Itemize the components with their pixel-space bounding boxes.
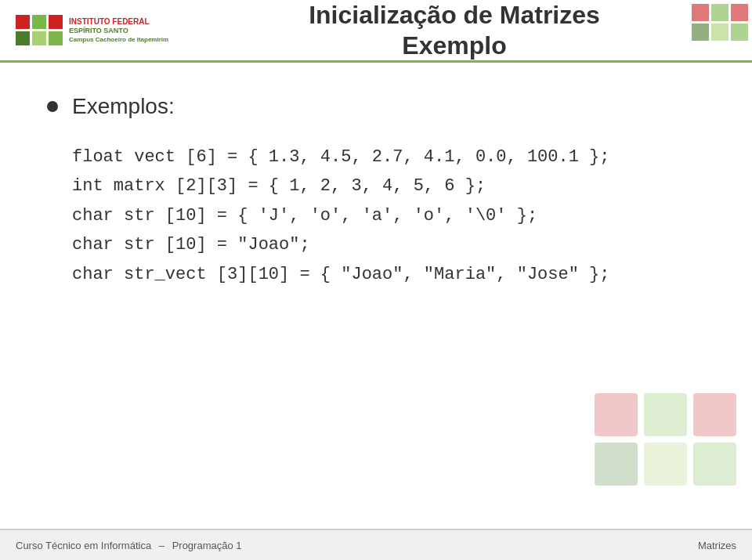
footer-right: Matrizes <box>698 540 736 551</box>
header-title-line2: Exemplo <box>402 31 506 60</box>
header-title-line1: Inicialização de Matrizes <box>309 1 600 29</box>
footer: Curso Técnico em Informática – Programaç… <box>0 529 752 560</box>
deco-sq-tr-5 <box>711 23 728 41</box>
bullet-dot <box>47 101 58 112</box>
deco-bq-6 <box>693 443 736 486</box>
footer-program: Programação 1 <box>172 540 242 551</box>
bullet-heading: Exemplos: <box>47 94 705 119</box>
code-line-4: char str [10] = "Joao"; <box>72 230 705 259</box>
deco-bq-2 <box>644 393 687 436</box>
header: INSTITUTO FEDERAL ESPÍRITO SANTO Campus … <box>0 0 752 63</box>
deco-bq-1 <box>595 393 638 436</box>
deco-sq-tr-2 <box>711 4 728 21</box>
footer-dash: – <box>156 540 167 551</box>
deco-sq-tr-3 <box>731 4 748 21</box>
code-line-5: char str_vect [3][10] = { "Joao", "Maria… <box>72 260 705 289</box>
code-block: float vect [6] = { 1.3, 4.5, 2.7, 4.1, 0… <box>72 143 705 289</box>
logo-area: INSTITUTO FEDERAL ESPÍRITO SANTO Campus … <box>16 15 172 45</box>
main-content: Exemplos: float vect [6] = { 1.3, 4.5, 2… <box>0 63 752 305</box>
header-title: Inicialização de Matrizes Exemplo <box>172 0 736 60</box>
footer-course: Curso Técnico em Informática <box>16 540 151 551</box>
logo-sq-4 <box>16 31 30 45</box>
deco-bq-5 <box>644 443 687 486</box>
logo-campus: Campus Cachoeiro de Itapemirim <box>69 36 168 44</box>
deco-sq-tr-6 <box>731 23 748 41</box>
logo-instituto: INSTITUTO FEDERAL <box>69 16 168 27</box>
logo-sq-2 <box>32 15 46 29</box>
deco-squares-bottom-right <box>595 393 736 486</box>
logo-estado: ESPÍRITO SANTO <box>69 27 168 36</box>
logo-text: INSTITUTO FEDERAL ESPÍRITO SANTO Campus … <box>69 16 168 44</box>
logo-sq-3 <box>49 15 63 29</box>
logo-sq-5 <box>32 31 46 45</box>
logo-squares <box>16 15 63 45</box>
footer-left: Curso Técnico em Informática – Programaç… <box>16 540 242 551</box>
logo-sq-1 <box>16 15 30 29</box>
deco-squares-top-right <box>688 0 752 45</box>
deco-bq-4 <box>595 443 638 486</box>
code-line-1: float vect [6] = { 1.3, 4.5, 2.7, 4.1, 0… <box>72 143 705 172</box>
logo-sq-6 <box>49 31 63 45</box>
bullet-label: Exemplos: <box>72 94 175 119</box>
deco-bq-3 <box>693 393 736 436</box>
code-line-2: int matrx [2][3] = { 1, 2, 3, 4, 5, 6 }; <box>72 172 705 201</box>
deco-sq-tr-1 <box>692 4 709 21</box>
deco-sq-tr-4 <box>692 23 709 41</box>
code-line-3: char str [10] = { 'J', 'o', 'a', 'o', '\… <box>72 201 705 230</box>
